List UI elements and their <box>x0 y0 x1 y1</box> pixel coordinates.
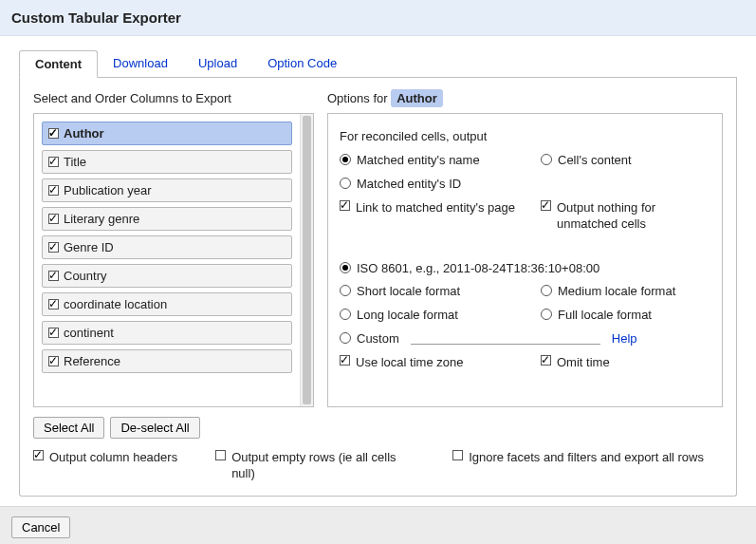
scrollbar[interactable] <box>300 114 313 406</box>
dialog-body: Content Download Upload Option Code Sele… <box>0 36 756 497</box>
bottom-options: Output column headers Output empty rows … <box>33 450 723 482</box>
opt-empty-rows[interactable]: Output empty rows (ie all cells null) <box>215 450 415 482</box>
columns-section: Select and Order Columns to Export Autho… <box>33 91 314 439</box>
column-label: Author <box>64 126 104 141</box>
opt-ignore-facets[interactable]: Ignore facets and filters and export all… <box>452 450 704 466</box>
column-item-author[interactable]: Author <box>42 122 292 145</box>
columns-scroll: Author Title Publication year Literary g… <box>33 113 314 407</box>
check-icon[interactable] <box>541 200 551 211</box>
check-icon[interactable] <box>215 450 226 460</box>
tab-upload[interactable]: Upload <box>183 50 252 78</box>
check-icon[interactable] <box>541 355 551 366</box>
radio-icon[interactable] <box>541 309 552 320</box>
opt-label: Omit time <box>557 355 610 371</box>
select-all-button[interactable]: Select All <box>33 417 104 439</box>
deselect-all-button[interactable]: De-select All <box>110 417 199 439</box>
opt-label: Matched entity's name <box>357 153 480 169</box>
check-icon[interactable] <box>340 200 350 211</box>
help-link[interactable]: Help <box>612 331 637 347</box>
column-item-continent[interactable]: continent <box>42 321 292 345</box>
scrollbar-thumb[interactable] <box>303 116 311 404</box>
check-icon[interactable] <box>48 242 59 253</box>
opt-short-locale[interactable]: Short locale format <box>340 284 529 300</box>
dialog-footer: Cancel <box>0 506 756 544</box>
check-icon[interactable] <box>48 271 59 281</box>
column-item-country[interactable]: Country <box>42 264 292 288</box>
column-label: Literary genre <box>64 212 139 226</box>
opt-label: Output nothing for unmatched cells <box>557 200 710 233</box>
columns-heading: Select and Order Columns to Export <box>33 91 314 105</box>
opt-iso8601[interactable]: ISO 8601, e.g., 2011-08-24T18:36:10+08:0… <box>340 261 710 277</box>
opt-medium-locale[interactable]: Medium locale format <box>541 284 710 300</box>
opt-matched-id[interactable]: Matched entity's ID <box>340 177 529 193</box>
opt-matched-name[interactable]: Matched entity's name <box>340 153 529 169</box>
check-icon[interactable] <box>48 128 59 139</box>
opt-label: Custom <box>357 331 399 347</box>
check-icon[interactable] <box>452 450 463 460</box>
check-icon[interactable] <box>48 185 59 196</box>
check-icon[interactable] <box>340 355 350 366</box>
radio-icon[interactable] <box>541 285 552 296</box>
column-label: Reference <box>64 354 120 368</box>
options-heading-prefix: Options for <box>327 91 391 105</box>
cancel-button[interactable]: Cancel <box>11 516 70 538</box>
opt-col-headers[interactable]: Output column headers <box>33 450 177 466</box>
opt-label: Medium locale format <box>558 284 675 300</box>
opt-label: Ignore facets and filters and export all… <box>469 450 704 466</box>
radio-icon[interactable] <box>340 154 351 165</box>
radio-icon[interactable] <box>340 309 351 320</box>
opt-link-page[interactable]: Link to matched entity's page <box>340 200 529 233</box>
check-icon[interactable] <box>48 328 59 338</box>
check-icon[interactable] <box>33 450 44 460</box>
column-item-literary-genre[interactable]: Literary genre <box>42 207 292 231</box>
radio-icon[interactable] <box>340 285 351 296</box>
opt-omit-time[interactable]: Omit time <box>541 355 710 371</box>
tab-download[interactable]: Download <box>98 50 183 78</box>
opt-label: Short locale format <box>357 284 460 300</box>
dialog-title: Custom Tabular Exporter <box>0 0 756 36</box>
opt-cells-content[interactable]: Cell's content <box>541 153 710 169</box>
column-label: coordinate location <box>64 297 167 311</box>
opt-output-nothing[interactable]: Output nothing for unmatched cells <box>541 200 710 233</box>
check-icon[interactable] <box>48 356 59 366</box>
columns-list: Author Title Publication year Literary g… <box>34 114 300 406</box>
opt-full-locale[interactable]: Full locale format <box>541 308 710 324</box>
column-label: Country <box>64 269 107 283</box>
check-icon[interactable] <box>48 214 59 224</box>
column-label: Genre ID <box>64 240 114 254</box>
options-box: For reconciled cells, output Matched ent… <box>327 113 723 407</box>
radio-icon[interactable] <box>340 178 351 189</box>
tab-bar: Content Download Upload Option Code <box>19 49 737 78</box>
radio-icon[interactable] <box>340 262 351 273</box>
options-heading: Options for Author <box>327 91 723 105</box>
opt-label: Matched entity's ID <box>357 177 461 193</box>
options-selected-column: Author <box>391 89 443 107</box>
reconciled-heading: For reconciled cells, output <box>340 129 710 143</box>
radio-icon[interactable] <box>541 154 552 165</box>
column-label: continent <box>64 326 114 340</box>
check-icon[interactable] <box>48 299 59 310</box>
tab-content[interactable]: Content <box>19 50 98 78</box>
tab-panel-content: Select and Order Columns to Export Autho… <box>19 78 737 497</box>
opt-label: Cell's content <box>558 153 632 169</box>
column-label: Publication year <box>64 183 152 197</box>
opt-long-locale[interactable]: Long locale format <box>340 308 529 324</box>
opt-label: Link to matched entity's page <box>356 200 515 216</box>
opt-label: Long locale format <box>357 308 458 324</box>
opt-custom[interactable]: Custom Help <box>340 331 710 347</box>
tab-option-code[interactable]: Option Code <box>252 50 352 78</box>
column-item-publication-year[interactable]: Publication year <box>42 178 292 202</box>
options-section: Options for Author For reconciled cells,… <box>327 91 723 407</box>
check-icon[interactable] <box>48 157 59 167</box>
column-item-title[interactable]: Title <box>42 150 292 174</box>
column-item-reference[interactable]: Reference <box>42 349 292 373</box>
radio-icon[interactable] <box>340 332 351 344</box>
opt-label: ISO 8601, e.g., 2011-08-24T18:36:10+08:0… <box>357 261 599 277</box>
column-item-coordinate-location[interactable]: coordinate location <box>42 292 292 316</box>
column-item-genre-id[interactable]: Genre ID <box>42 235 292 259</box>
opt-label: Use local time zone <box>356 355 463 371</box>
opt-local-tz[interactable]: Use local time zone <box>340 355 529 371</box>
column-label: Title <box>64 155 86 169</box>
custom-format-input[interactable] <box>411 331 600 345</box>
opt-label: Output column headers <box>49 450 177 466</box>
